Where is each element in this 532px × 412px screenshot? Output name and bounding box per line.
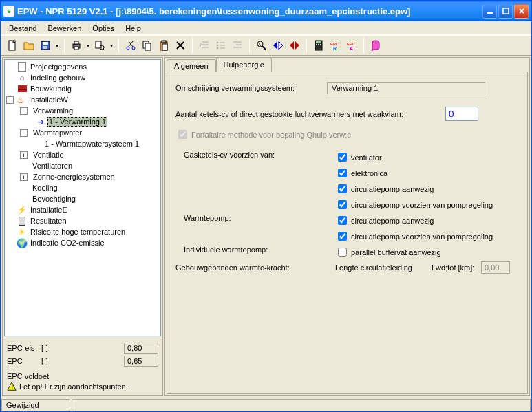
- close-button[interactable]: [514, 4, 529, 19]
- tree-installatiee[interactable]: ⚡InstallatieE: [5, 204, 160, 215]
- tree-installatiew[interactable]: -♨InstallatieW: [5, 94, 160, 105]
- epc-a-icon[interactable]: EPCA: [344, 38, 359, 53]
- epc-status: EPC voldoet: [7, 372, 158, 380]
- svg-rect-43: [318, 44, 319, 45]
- elektronica-checkbox[interactable]: [338, 169, 347, 177]
- lwd-label: Lwd;tot [km]:: [432, 263, 481, 272]
- collapse-icon[interactable]: -: [20, 129, 28, 137]
- expand-icon[interactable]: +: [20, 173, 28, 181]
- preview-icon[interactable]: [92, 38, 107, 53]
- ventilator-label: ventilator: [351, 153, 382, 162]
- delete-icon[interactable]: [173, 38, 188, 53]
- svg-rect-0: [487, 12, 493, 14]
- toolbar: ▾ ▾ ▾ A EPCR EPCA: [1, 35, 531, 56]
- menu-opties[interactable]: Opties: [87, 23, 120, 34]
- main-area: Projectgegevens ⌂Indeling gebouw Bouwkun…: [1, 56, 531, 398]
- tree-bouwkundig[interactable]: Bouwkundig: [5, 83, 160, 94]
- help-icon[interactable]: [368, 38, 383, 53]
- tabs: Algemeen Hulpenergie: [167, 58, 531, 71]
- cut-icon[interactable]: [123, 38, 138, 53]
- print-dropdown-icon[interactable]: ▾: [85, 43, 91, 49]
- epc-eis-label: EPC-eis: [7, 344, 41, 352]
- paste-icon[interactable]: [156, 38, 171, 53]
- tree-co2[interactable]: 🌍Indicatie CO2-emissie: [5, 237, 160, 248]
- epc-r-icon[interactable]: EPCR: [328, 38, 343, 53]
- collapse-icon[interactable]: -: [20, 107, 28, 115]
- tree-warmtap-1[interactable]: 1 - Warmtapwatersysteem 1: [5, 138, 160, 149]
- gebouw-label: Gebouwgebonden warmte-kracht:: [175, 263, 335, 272]
- save-dropdown-icon[interactable]: ▾: [54, 43, 60, 49]
- tree-ventilatoren[interactable]: Ventilatoren: [5, 160, 160, 171]
- tree-bevochtiging[interactable]: Bevochtiging: [5, 193, 160, 204]
- omschrijving-label: Omschrijving verwarmingssysteem:: [175, 84, 327, 92]
- globe-icon: 🌍: [17, 237, 28, 248]
- list-icon: [213, 38, 228, 53]
- tree-projectgegevens[interactable]: Projectgegevens: [5, 61, 160, 72]
- flip-v-icon[interactable]: [287, 38, 302, 53]
- tree-resultaten[interactable]: Resultaten: [5, 215, 160, 226]
- epc-value: 0,65: [124, 356, 158, 367]
- circ4-checkbox[interactable]: [338, 232, 347, 241]
- print-icon[interactable]: [69, 38, 84, 53]
- forfaitaire-label: Forfaitaire methode voor bepaling Qhulp;…: [191, 131, 353, 139]
- epc-label: EPC: [7, 357, 41, 365]
- flip-h-icon[interactable]: [270, 38, 286, 53]
- find-icon[interactable]: A: [254, 38, 269, 53]
- maximize-button[interactable]: [498, 4, 513, 19]
- collapse-icon[interactable]: -: [6, 96, 14, 104]
- status-empty: [72, 399, 531, 411]
- menu-bewerken[interactable]: Bewerken: [42, 23, 87, 34]
- outdent-icon: [197, 38, 212, 53]
- menu-bestand[interactable]: Bestand: [3, 23, 42, 34]
- lwd-value: 0,00: [481, 261, 510, 274]
- tab-panel-hulpenergie: Omschrijving verwarmingssysteem: Verwarm…: [167, 72, 528, 394]
- epc-eis-unit: [-]: [41, 344, 62, 352]
- nav-tree[interactable]: Projectgegevens ⌂Indeling gebouw Bouwkun…: [4, 59, 161, 336]
- new-icon[interactable]: [5, 38, 20, 53]
- warning-icon: !: [7, 382, 17, 391]
- svg-rect-44: [320, 44, 321, 45]
- indiv-label: Individuele warmtepomp:: [184, 246, 268, 254]
- statusbar: Gewijzigd: [1, 398, 531, 411]
- circ4-label: circulatiepomp voorzien van pompregeling: [351, 232, 493, 241]
- circ2-checkbox[interactable]: [338, 200, 347, 209]
- circ1-checkbox[interactable]: [338, 184, 347, 193]
- expand-icon[interactable]: +: [20, 151, 28, 159]
- svg-point-17: [132, 47, 135, 50]
- tree-verwarming-1[interactable]: ➔1 - Verwarming 1: [5, 116, 160, 127]
- circ2-label: circulatiepomp voorzien van pompregeling: [351, 201, 493, 209]
- app-window: e EPW - NPR 5129 V2.1 - [j:\8904\5. bere…: [0, 0, 532, 412]
- tree-risico[interactable]: ☀Risico te hoge temperaturen: [5, 226, 160, 237]
- circ3-label: circulatiepomp aanwezig: [351, 217, 434, 225]
- preview-dropdown-icon[interactable]: ▾: [109, 43, 114, 49]
- tree-zonne[interactable]: +Zonne-energiesystemen: [5, 171, 160, 182]
- tree-verwarming[interactable]: -Verwarming: [5, 105, 160, 116]
- minimize-button[interactable]: [482, 4, 497, 19]
- aantal-input[interactable]: [445, 107, 478, 121]
- svg-text:A: A: [350, 46, 353, 51]
- open-icon[interactable]: [21, 38, 36, 53]
- circ3-checkbox[interactable]: [338, 216, 347, 225]
- epc-eis-value: 0,80: [124, 343, 158, 354]
- parallel-checkbox[interactable]: [338, 248, 347, 257]
- copy-icon[interactable]: [140, 38, 155, 53]
- svg-rect-1: [503, 8, 509, 14]
- calculator-icon[interactable]: [311, 38, 326, 53]
- window-title: EPW - NPR 5129 V2.1 - [j:\8904\5. bereke…: [17, 6, 482, 17]
- svg-point-16: [127, 47, 129, 50]
- tree-indeling[interactable]: ⌂Indeling gebouw: [5, 72, 160, 83]
- tab-hulpenergie[interactable]: Hulpenergie: [216, 58, 272, 72]
- tree-ventilatie[interactable]: +Ventilatie: [5, 149, 160, 160]
- circ1-label: circulatiepomp aanwezig: [351, 185, 434, 193]
- warmtepomp-label: Warmtepomp:: [184, 214, 231, 222]
- menu-help[interactable]: Help: [120, 23, 147, 34]
- tree-koeling[interactable]: Koeling: [5, 182, 160, 193]
- save-icon[interactable]: [38, 38, 53, 53]
- svg-rect-19: [145, 43, 151, 50]
- ventilator-checkbox[interactable]: [338, 153, 347, 162]
- tab-algemeen[interactable]: Algemeen: [167, 59, 216, 72]
- tree-warmtapwater[interactable]: -Warmtapwater: [5, 127, 160, 138]
- warning-text: Let op! Er zijn aandachtspunten.: [19, 382, 128, 391]
- gasketels-label: Gasketels-cv voorzien van:: [184, 151, 275, 159]
- svg-point-30: [217, 47, 218, 49]
